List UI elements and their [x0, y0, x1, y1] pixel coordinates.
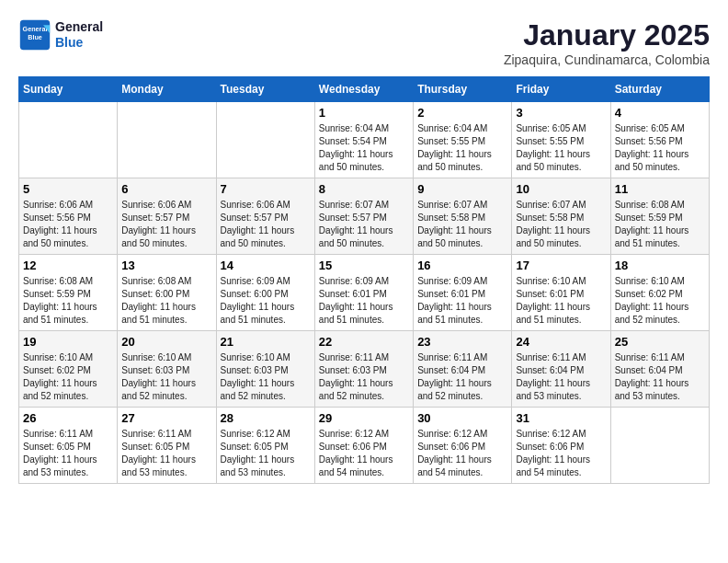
- weekday-header-wednesday: Wednesday: [314, 77, 413, 102]
- calendar-cell: [19, 102, 118, 178]
- day-number: 2: [417, 106, 507, 120]
- weekday-header-sunday: Sunday: [19, 77, 118, 102]
- day-info: Sunrise: 6:10 AMSunset: 6:03 PMDaylight:…: [221, 351, 311, 403]
- day-number: 12: [23, 259, 113, 272]
- day-number: 20: [121, 335, 211, 349]
- day-number: 29: [319, 411, 409, 425]
- calendar-cell: 21 Sunrise: 6:10 AMSunset: 6:03 PMDaylig…: [216, 331, 314, 408]
- day-number: 7: [221, 182, 311, 196]
- day-number: 8: [319, 182, 409, 196]
- svg-text:Blue: Blue: [28, 33, 42, 41]
- day-info: Sunrise: 6:09 AMSunset: 6:00 PMDaylight:…: [221, 275, 311, 327]
- day-number: 22: [319, 335, 409, 349]
- day-number: 25: [615, 335, 705, 349]
- day-info: Sunrise: 6:07 AMSunset: 5:58 PMDaylight:…: [516, 199, 606, 250]
- calendar-table: SundayMondayTuesdayWednesdayThursdayFrid…: [18, 76, 710, 484]
- day-info: Sunrise: 6:05 AMSunset: 5:56 PMDaylight:…: [615, 122, 705, 174]
- weekday-header-thursday: Thursday: [414, 77, 512, 102]
- weekday-header-tuesday: Tuesday: [216, 77, 314, 102]
- day-info: Sunrise: 6:11 AMSunset: 6:04 PMDaylight:…: [417, 351, 507, 403]
- calendar-cell: 27 Sunrise: 6:11 AMSunset: 6:05 PMDaylig…: [118, 408, 216, 484]
- calendar-cell: 1 Sunrise: 6:04 AMSunset: 5:54 PMDayligh…: [314, 102, 413, 178]
- day-info: Sunrise: 6:12 AMSunset: 6:05 PMDaylight:…: [221, 428, 311, 479]
- calendar-cell: 28 Sunrise: 6:12 AMSunset: 6:05 PMDaylig…: [216, 408, 314, 484]
- day-number: 1: [319, 106, 409, 120]
- day-info: Sunrise: 6:11 AMSunset: 6:03 PMDaylight:…: [319, 351, 409, 403]
- calendar-cell: 8 Sunrise: 6:07 AMSunset: 5:57 PMDayligh…: [314, 178, 413, 255]
- calendar-cell: [610, 408, 709, 484]
- day-info: Sunrise: 6:09 AMSunset: 6:01 PMDaylight:…: [417, 275, 507, 327]
- page-header: General Blue General Blue January 2025 Z…: [18, 18, 710, 67]
- week-row-2: 12 Sunrise: 6:08 AMSunset: 5:59 PMDaylig…: [19, 255, 710, 331]
- calendar-cell: 24 Sunrise: 6:11 AMSunset: 6:04 PMDaylig…: [512, 331, 610, 408]
- calendar-cell: 23 Sunrise: 6:11 AMSunset: 6:04 PMDaylig…: [414, 331, 512, 408]
- calendar-cell: 20 Sunrise: 6:10 AMSunset: 6:03 PMDaylig…: [118, 331, 216, 408]
- day-number: 5: [23, 182, 113, 196]
- week-row-4: 26 Sunrise: 6:11 AMSunset: 6:05 PMDaylig…: [19, 408, 710, 484]
- calendar-cell: 5 Sunrise: 6:06 AMSunset: 5:56 PMDayligh…: [19, 178, 118, 255]
- calendar-cell: 12 Sunrise: 6:08 AMSunset: 5:59 PMDaylig…: [19, 255, 118, 331]
- day-info: Sunrise: 6:11 AMSunset: 6:05 PMDaylight:…: [121, 428, 211, 479]
- calendar-cell: 14 Sunrise: 6:09 AMSunset: 6:00 PMDaylig…: [216, 255, 314, 331]
- day-number: 15: [319, 259, 409, 272]
- day-number: 21: [221, 335, 311, 349]
- day-number: 4: [615, 106, 705, 120]
- logo-icon: General Blue: [18, 18, 51, 52]
- weekday-header-monday: Monday: [118, 77, 216, 102]
- day-number: 31: [516, 411, 606, 425]
- day-info: Sunrise: 6:08 AMSunset: 6:00 PMDaylight:…: [121, 275, 211, 327]
- calendar-cell: 13 Sunrise: 6:08 AMSunset: 6:00 PMDaylig…: [118, 255, 216, 331]
- day-info: Sunrise: 6:10 AMSunset: 6:02 PMDaylight:…: [23, 351, 113, 403]
- day-info: Sunrise: 6:08 AMSunset: 5:59 PMDaylight:…: [23, 275, 113, 327]
- calendar-cell: 3 Sunrise: 6:05 AMSunset: 5:55 PMDayligh…: [512, 102, 610, 178]
- title-block: January 2025 Zipaquira, Cundinamarca, Co…: [504, 18, 710, 67]
- logo-general: General: [55, 19, 103, 35]
- calendar-cell: 6 Sunrise: 6:06 AMSunset: 5:57 PMDayligh…: [118, 178, 216, 255]
- calendar-cell: 19 Sunrise: 6:10 AMSunset: 6:02 PMDaylig…: [19, 331, 118, 408]
- day-info: Sunrise: 6:04 AMSunset: 5:55 PMDaylight:…: [417, 122, 507, 174]
- logo: General Blue General Blue: [18, 18, 103, 52]
- day-number: 28: [221, 411, 311, 425]
- calendar-cell: 16 Sunrise: 6:09 AMSunset: 6:01 PMDaylig…: [414, 255, 512, 331]
- day-info: Sunrise: 6:12 AMSunset: 6:06 PMDaylight:…: [319, 428, 409, 479]
- day-number: 13: [121, 259, 211, 272]
- calendar-cell: 31 Sunrise: 6:12 AMSunset: 6:06 PMDaylig…: [512, 408, 610, 484]
- day-number: 16: [417, 259, 507, 272]
- calendar-cell: 25 Sunrise: 6:11 AMSunset: 6:04 PMDaylig…: [610, 331, 709, 408]
- day-info: Sunrise: 6:10 AMSunset: 6:01 PMDaylight:…: [516, 275, 606, 327]
- day-info: Sunrise: 6:09 AMSunset: 6:01 PMDaylight:…: [319, 275, 409, 327]
- day-number: 24: [516, 335, 606, 349]
- day-number: 27: [121, 411, 211, 425]
- calendar-cell: [118, 102, 216, 178]
- svg-text:General: General: [23, 25, 48, 33]
- weekday-header-friday: Friday: [512, 77, 610, 102]
- calendar-cell: 7 Sunrise: 6:06 AMSunset: 5:57 PMDayligh…: [216, 178, 314, 255]
- day-info: Sunrise: 6:06 AMSunset: 5:57 PMDaylight:…: [121, 199, 211, 250]
- day-info: Sunrise: 6:12 AMSunset: 6:06 PMDaylight:…: [516, 428, 606, 479]
- calendar-cell: 15 Sunrise: 6:09 AMSunset: 6:01 PMDaylig…: [314, 255, 413, 331]
- day-number: 17: [516, 259, 606, 272]
- calendar-cell: 18 Sunrise: 6:10 AMSunset: 6:02 PMDaylig…: [610, 255, 709, 331]
- day-info: Sunrise: 6:12 AMSunset: 6:06 PMDaylight:…: [417, 428, 507, 479]
- day-number: 19: [23, 335, 113, 349]
- day-number: 18: [615, 259, 705, 272]
- day-number: 6: [121, 182, 211, 196]
- day-info: Sunrise: 6:11 AMSunset: 6:04 PMDaylight:…: [615, 351, 705, 403]
- day-number: 10: [516, 182, 606, 196]
- day-info: Sunrise: 6:06 AMSunset: 5:57 PMDaylight:…: [221, 199, 311, 250]
- day-number: 26: [23, 411, 113, 425]
- day-number: 14: [221, 259, 311, 272]
- day-info: Sunrise: 6:11 AMSunset: 6:05 PMDaylight:…: [23, 428, 113, 479]
- calendar-cell: 29 Sunrise: 6:12 AMSunset: 6:06 PMDaylig…: [314, 408, 413, 484]
- day-info: Sunrise: 6:07 AMSunset: 5:57 PMDaylight:…: [319, 199, 409, 250]
- week-row-3: 19 Sunrise: 6:10 AMSunset: 6:02 PMDaylig…: [19, 331, 710, 408]
- calendar-cell: 9 Sunrise: 6:07 AMSunset: 5:58 PMDayligh…: [414, 178, 512, 255]
- calendar-cell: 26 Sunrise: 6:11 AMSunset: 6:05 PMDaylig…: [19, 408, 118, 484]
- location: Zipaquira, Cundinamarca, Colombia: [504, 52, 710, 67]
- day-number: 11: [615, 182, 705, 196]
- day-info: Sunrise: 6:04 AMSunset: 5:54 PMDaylight:…: [319, 122, 409, 174]
- day-number: 23: [417, 335, 507, 349]
- day-info: Sunrise: 6:10 AMSunset: 6:03 PMDaylight:…: [121, 351, 211, 403]
- logo-blue: Blue: [55, 35, 103, 51]
- day-info: Sunrise: 6:05 AMSunset: 5:55 PMDaylight:…: [516, 122, 606, 174]
